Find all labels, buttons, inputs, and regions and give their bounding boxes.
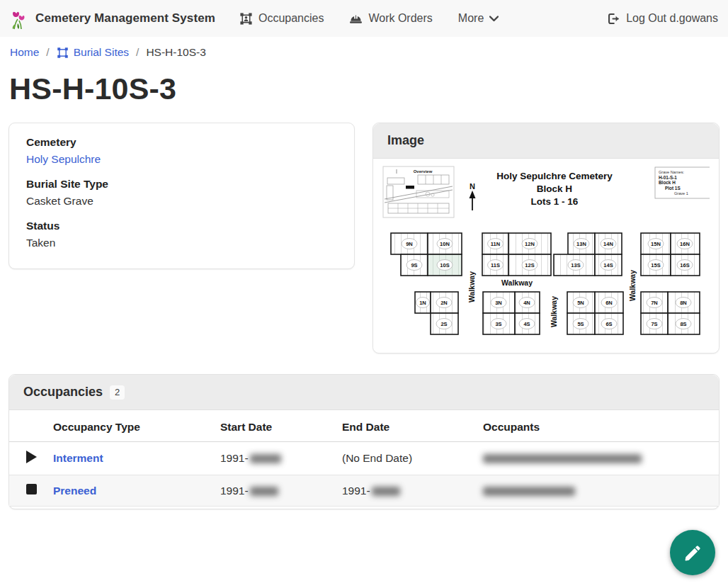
lot-label: 9S (411, 262, 417, 268)
image-card-header: Image (373, 123, 719, 159)
column-header: Occupants (483, 410, 719, 442)
lot-label: 16N (680, 241, 690, 247)
tulip-logo-icon (10, 7, 29, 30)
cemetery-link[interactable]: Holy Sepulchre (26, 153, 101, 165)
lot-label: 14N (603, 241, 613, 247)
breadcrumb-burial-sites-label: Burial Sites (74, 46, 129, 59)
table-row: Interment 1991- (No End Date) (9, 442, 719, 475)
logout-button[interactable]: Log Out d.gowans (606, 12, 718, 26)
lot-label: 10N (440, 241, 450, 247)
walkway-label: Walkway (628, 270, 637, 301)
nav-item-occupancies[interactable]: Occupancies (239, 12, 324, 26)
field-label: Status (26, 217, 337, 234)
end-date: 1991- (342, 485, 370, 497)
occupancies-card: Occupancies 2 Occupancy Type Start Date … (8, 374, 720, 509)
walkway-label: Walkway (467, 271, 476, 303)
lot-label: 8N (680, 300, 687, 306)
column-header-icon (9, 410, 53, 442)
north-label: N (470, 182, 475, 191)
start-date: 1991- (220, 485, 249, 497)
field-label: Cemetery (26, 134, 337, 151)
table-header-row: Occupancy Type Start Date End Date Occup… (9, 410, 719, 442)
lot-label: 11S (491, 262, 500, 268)
breadcrumb-burial-sites[interactable]: Burial Sites (57, 46, 129, 59)
column-header: Start Date (220, 410, 342, 442)
lot-label: 3N (495, 300, 502, 306)
occupancy-type-link[interactable]: Preneed (53, 485, 96, 497)
breadcrumb-current: HS-H-10S-3 (146, 46, 205, 59)
lot-label: 14S (603, 262, 613, 268)
page-title: HS-H-10S-3 (0, 66, 728, 106)
nav-item-more[interactable]: More (458, 12, 499, 25)
end-date: (No End Date) (342, 452, 412, 464)
image-card: Image Overview (372, 123, 720, 354)
walkway-label: Walkway (550, 296, 558, 327)
pencil-icon (683, 543, 703, 562)
field-burial-site-type: Burial Site Type Casket Grave (26, 176, 337, 210)
occupancies-icon (239, 12, 253, 26)
map-title: Holy Sepulchre Cemetery Block H Lots 1 -… (496, 171, 613, 207)
lot-label: 5N (577, 300, 584, 306)
field-cemetery: Cemetery Holy Sepulchre (26, 134, 337, 168)
nav-item-label: Work Orders (368, 12, 432, 25)
breadcrumb: Home / Burial Sites / HS-H-10S-3 (0, 37, 728, 66)
status-value: Taken (26, 234, 337, 251)
vector-square-icon (57, 47, 69, 59)
map-title-line3: Lots 1 - 16 (531, 196, 579, 207)
app-title: Cemetery Management System (35, 11, 215, 26)
lot-label: 13S (571, 262, 580, 268)
redacted-value (483, 487, 575, 496)
breadcrumb-home[interactable]: Home (10, 46, 39, 59)
lot-label: 2N (440, 300, 448, 306)
burial-site-details-card: Cemetery Holy Sepulchre Burial Site Type… (8, 123, 355, 269)
lot-label: 5S (577, 321, 584, 327)
lot-label: 7S (651, 321, 657, 327)
edit-fab-button[interactable] (670, 530, 715, 575)
navbar: Cemetery Management System Occupancies W… (0, 0, 728, 37)
redacted-value (250, 454, 281, 463)
legend-heading: Grave Names: (659, 170, 685, 174)
lot-label: 11N (491, 241, 500, 247)
navbar-brand[interactable]: Cemetery Management System (10, 7, 215, 30)
image-card-title: Image (387, 133, 424, 148)
redacted-value (250, 487, 278, 496)
image-card-body: Overview (373, 159, 719, 353)
lot-label: 3S (495, 321, 501, 327)
lot-label: 9N (406, 241, 413, 247)
legend-grave: Grave 1 (674, 191, 688, 196)
lot-label: 10S (440, 262, 449, 268)
map-title-line2: Block H (537, 183, 572, 194)
chevron-down-icon (489, 16, 499, 22)
legend-plot: Plot 1S (665, 186, 681, 191)
card-bottom-padding (9, 507, 719, 509)
start-date: 1991- (220, 452, 249, 464)
nav-item-work-orders[interactable]: Work Orders (349, 12, 432, 25)
stop-icon (26, 484, 37, 494)
nav-item-label: More (458, 12, 484, 25)
redacted-value (483, 454, 642, 463)
cemetery-block-map: Overview (382, 164, 710, 341)
lot-label: 6S (605, 321, 612, 327)
occupancy-type-link[interactable]: Interment (53, 452, 103, 464)
lot-label: 4N (523, 300, 530, 306)
nav-item-label: Occupancies (258, 12, 324, 25)
overview-label: Overview (414, 169, 433, 174)
hard-hat-icon (349, 13, 363, 25)
grave-names-legend: Grave Names: H-01-S-1 Block H Plot 1S Gr… (655, 167, 710, 198)
play-icon (26, 451, 37, 463)
occupancies-header: Occupancies 2 (9, 375, 719, 410)
table-row: Preneed 1991- 1991- (9, 475, 719, 507)
lot-label: 1N (419, 300, 426, 306)
lot-label: 4S (523, 321, 530, 327)
navbar-menu: Occupancies Work Orders More (239, 12, 601, 26)
field-value: Casket Grave (26, 193, 337, 210)
occupancies-table: Occupancy Type Start Date End Date Occup… (9, 410, 719, 507)
lot-label: 15N (651, 241, 661, 247)
field-label: Burial Site Type (26, 176, 337, 193)
lot-label: 6N (605, 300, 613, 306)
lot-label: 12N (525, 241, 535, 247)
lot-label: 7N (651, 300, 658, 306)
lot-label: 16S (680, 262, 689, 268)
field-status: Status Taken (26, 217, 337, 251)
legend-block: Block H (659, 180, 676, 185)
